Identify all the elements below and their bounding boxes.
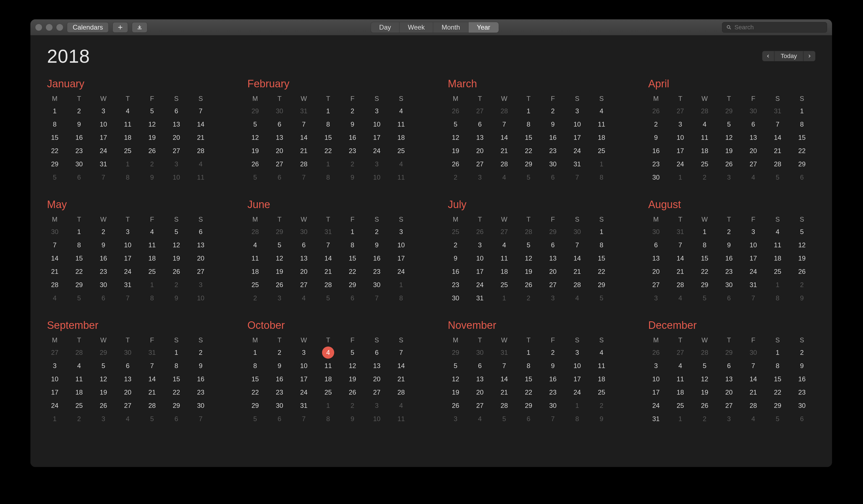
- day-cell[interactable]: 2: [521, 293, 536, 303]
- day-cell[interactable]: 29: [272, 227, 287, 237]
- day-cell[interactable]: 3: [570, 106, 585, 116]
- day-cell[interactable]: 9: [721, 240, 737, 250]
- day-cell[interactable]: 1: [570, 401, 585, 410]
- day-cell[interactable]: 3: [545, 293, 561, 303]
- day-cell[interactable]: 24: [120, 267, 136, 276]
- day-cell[interactable]: 22: [521, 388, 536, 397]
- day-cell[interactable]: 17: [120, 254, 136, 263]
- day-cell[interactable]: 30: [746, 106, 761, 116]
- day-cell[interactable]: 3: [96, 106, 111, 116]
- day-cell[interactable]: 23: [71, 146, 87, 155]
- day-cell[interactable]: 30: [545, 401, 561, 410]
- day-cell[interactable]: 15: [168, 375, 184, 384]
- day-cell[interactable]: 15: [521, 133, 536, 142]
- day-cell[interactable]: 11: [120, 119, 136, 129]
- day-cell[interactable]: 25: [770, 267, 785, 276]
- day-cell[interactable]: 11: [594, 119, 609, 129]
- day-cell[interactable]: 6: [168, 106, 184, 116]
- day-cell[interactable]: 19: [721, 146, 737, 155]
- day-cell[interactable]: 21: [746, 388, 761, 397]
- day-cell[interactable]: 21: [770, 146, 785, 155]
- day-cell[interactable]: 24: [746, 267, 761, 276]
- day-cell[interactable]: 27: [497, 227, 512, 237]
- day-cell[interactable]: 17: [47, 388, 62, 397]
- day-cell[interactable]: 12: [794, 240, 810, 250]
- day-cell[interactable]: 11: [193, 173, 209, 182]
- day-cell[interactable]: 29: [247, 106, 263, 116]
- day-cell[interactable]: 4: [71, 361, 87, 370]
- day-cell[interactable]: 5: [697, 361, 712, 370]
- day-cell[interactable]: 15: [594, 254, 609, 263]
- search-field[interactable]: [722, 22, 827, 33]
- day-cell[interactable]: 1: [321, 106, 336, 116]
- day-cell[interactable]: 4: [594, 106, 609, 116]
- day-cell[interactable]: 5: [697, 293, 712, 303]
- day-cell[interactable]: 9: [345, 173, 360, 182]
- day-cell[interactable]: 31: [570, 160, 585, 169]
- day-cell[interactable]: 20: [296, 267, 312, 276]
- day-cell[interactable]: 17: [393, 254, 409, 263]
- day-cell[interactable]: 28: [247, 227, 263, 237]
- day-cell[interactable]: 13: [272, 133, 287, 142]
- day-cell[interactable]: 6: [794, 173, 810, 182]
- day-cell[interactable]: 27: [545, 280, 561, 290]
- month-name[interactable]: February: [247, 78, 415, 90]
- day-cell[interactable]: 14: [321, 254, 336, 263]
- day-cell[interactable]: 7: [47, 240, 62, 250]
- month-name[interactable]: August: [648, 199, 815, 211]
- day-cell[interactable]: 5: [770, 173, 785, 182]
- day-cell[interactable]: 6: [71, 173, 87, 182]
- day-cell[interactable]: 7: [393, 348, 409, 357]
- day-cell[interactable]: 5: [521, 240, 536, 250]
- day-cell[interactable]: 30: [794, 401, 810, 410]
- day-cell[interactable]: 8: [168, 361, 184, 370]
- day-cell[interactable]: 7: [321, 240, 336, 250]
- day-cell[interactable]: 12: [168, 240, 184, 250]
- day-cell[interactable]: 5: [247, 414, 263, 424]
- day-cell[interactable]: 16: [545, 375, 561, 384]
- day-cell[interactable]: 23: [721, 267, 737, 276]
- day-cell[interactable]: 4: [120, 414, 136, 424]
- day-cell[interactable]: 11: [247, 254, 263, 263]
- day-cell[interactable]: 3: [168, 160, 184, 169]
- day-cell[interactable]: 30: [448, 293, 463, 303]
- day-cell[interactable]: 3: [472, 173, 488, 182]
- day-cell[interactable]: 4: [393, 106, 409, 116]
- day-cell[interactable]: 8: [247, 361, 263, 370]
- day-cell[interactable]: 14: [47, 254, 62, 263]
- day-cell[interactable]: 22: [71, 267, 87, 276]
- day-cell[interactable]: 1: [673, 414, 688, 424]
- day-cell[interactable]: 5: [96, 361, 111, 370]
- day-cell[interactable]: 18: [594, 133, 609, 142]
- day-cell[interactable]: 11: [497, 254, 512, 263]
- day-cell[interactable]: 1: [120, 160, 136, 169]
- day-cell[interactable]: 9: [71, 119, 87, 129]
- day-cell[interactable]: 15: [521, 375, 536, 384]
- day-cell[interactable]: 27: [369, 388, 385, 397]
- day-cell[interactable]: 3: [448, 414, 463, 424]
- day-cell[interactable]: 11: [393, 414, 409, 424]
- day-cell[interactable]: 31: [472, 293, 488, 303]
- day-cell[interactable]: 1: [393, 280, 409, 290]
- day-cell[interactable]: 9: [272, 361, 287, 370]
- day-cell[interactable]: 5: [594, 293, 609, 303]
- day-cell[interactable]: 13: [721, 375, 737, 384]
- day-cell[interactable]: 4: [746, 414, 761, 424]
- day-cell[interactable]: 19: [144, 133, 160, 142]
- day-cell[interactable]: 2: [144, 160, 160, 169]
- day-cell[interactable]: 19: [272, 267, 287, 276]
- day-cell[interactable]: 5: [47, 173, 62, 182]
- day-cell[interactable]: 7: [746, 361, 761, 370]
- day-cell[interactable]: 19: [168, 254, 184, 263]
- day-cell[interactable]: 1: [71, 227, 87, 237]
- month-name[interactable]: June: [247, 199, 415, 211]
- day-cell[interactable]: 22: [321, 146, 336, 155]
- day-cell[interactable]: 5: [448, 361, 463, 370]
- day-cell[interactable]: 31: [673, 227, 688, 237]
- day-cell[interactable]: 29: [96, 348, 111, 357]
- day-cell[interactable]: 2: [448, 240, 463, 250]
- day-cell[interactable]: 9: [96, 240, 111, 250]
- day-cell[interactable]: 31: [321, 227, 336, 237]
- day-cell[interactable]: 29: [521, 160, 536, 169]
- day-cell[interactable]: 2: [168, 280, 184, 290]
